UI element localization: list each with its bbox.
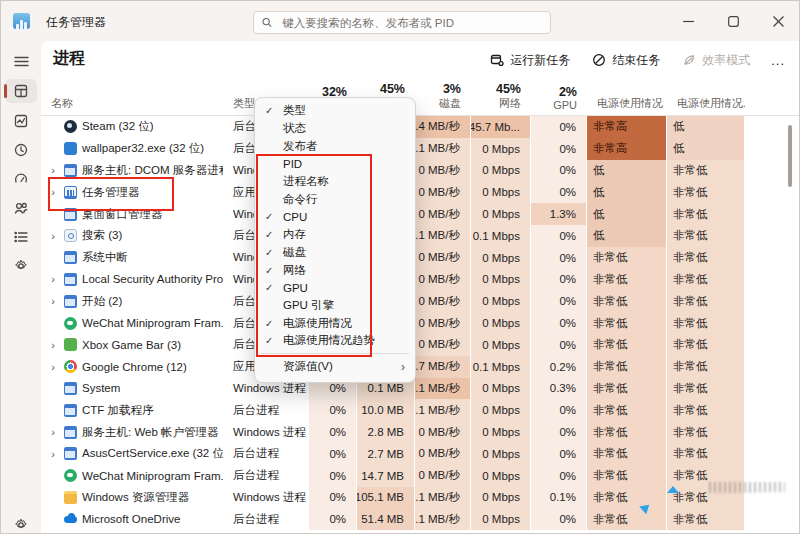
sidebar-item-users[interactable] [5, 196, 37, 220]
process-name-cell: Microsoft OneDrive [41, 508, 223, 530]
expand-chevron-icon[interactable]: › [47, 164, 59, 176]
power-trend-cell: 非常低 [667, 356, 745, 378]
table-row[interactable]: ›开始 (2)后台进程0 MB/秒0 Mbps0%非常低非常低 [41, 290, 800, 312]
gpu-cell: 0% [531, 138, 587, 160]
table-row[interactable]: ›Local Security Authority Pro...Windows … [41, 269, 800, 291]
sidebar-item-app-history[interactable] [5, 138, 37, 162]
memory-cell: 14.7 MB [357, 465, 415, 487]
expand-chevron-icon[interactable]: › [47, 230, 59, 242]
run-new-task-label: 运行新任务 [510, 52, 570, 69]
gpu-cell: 0% [531, 116, 587, 138]
menu-item-label: 状态 [283, 121, 306, 136]
gpu-cell: 0% [531, 421, 587, 443]
more-options-button[interactable]: ... [763, 49, 793, 72]
process-name-cell: 系统中断 [41, 247, 223, 269]
sidebar-item-startup-apps[interactable] [5, 167, 37, 191]
column-header-gpu[interactable]: 2%GPU [531, 79, 587, 115]
memory-cell: 10.0 MB [357, 399, 415, 421]
power-trend-cell: 非常低 [667, 334, 745, 356]
expand-chevron-icon[interactable]: › [47, 295, 59, 307]
column-header-power[interactable]: 电源使用情况 [587, 79, 667, 115]
process-name-label: 系统中断 [82, 250, 128, 265]
disk-cell: 0 MB/秒 [415, 421, 471, 443]
filler-cell [745, 290, 800, 312]
menu-item[interactable]: ✓类型 [255, 102, 415, 120]
network-cell: 0 Mbps [471, 181, 531, 203]
network-cell: 0 Mbps [471, 269, 531, 291]
table-row[interactable]: CTF 加载程序后台进程0%10.0 MB0.1 MB/秒0 Mbps0%非常低… [41, 399, 800, 421]
table-row[interactable]: WeChat Miniprogram Fram...后台进程0 MB/秒0 Mb… [41, 312, 800, 334]
table-row[interactable]: ›服务主机: Web 帐户管理器Windows 进程0%2.8 MB0 MB/秒… [41, 421, 800, 443]
expand-chevron-icon[interactable]: › [47, 273, 59, 285]
search-box[interactable] [253, 11, 551, 34]
close-button[interactable] [756, 1, 800, 41]
expand-chevron-icon[interactable]: › [47, 361, 59, 373]
table-row[interactable]: ›AsusCertService.exe (32 位)后台进程0%2.7 MB0… [41, 443, 800, 465]
column-header-name[interactable]: 名称 [41, 79, 223, 115]
expand-chevron-icon[interactable]: › [47, 448, 59, 460]
power-trend-cell: 非常低 [667, 399, 745, 421]
end-task-button[interactable]: 结束任务 [583, 46, 669, 75]
power-usage-cell: 非常低 [587, 465, 667, 487]
toolbar: 进程 运行新任务 结束任务 效率模式 ... [41, 41, 800, 79]
table-row[interactable]: ›Xbox Game Bar (3)后台进程0 MB/秒0 Mbps0%非常低非… [41, 334, 800, 356]
gpu-cell: 0.3% [531, 378, 587, 400]
process-type-cell: 后台进程 [223, 399, 309, 421]
table-row[interactable]: 系统中断Windows 进程0 MB/秒0 Mbps0%非常低非常低 [41, 247, 800, 269]
power-trend-cell: 非常低 [667, 160, 745, 182]
filler-cell [745, 421, 800, 443]
gpu-cell: 0% [531, 508, 587, 530]
expand-chevron-icon[interactable]: › [47, 426, 59, 438]
column-header-disk[interactable]: 3%磁盘 [415, 79, 471, 115]
maximize-button[interactable] [711, 1, 756, 41]
minimize-button[interactable] [666, 1, 711, 41]
hamburger-menu-icon[interactable] [5, 49, 37, 73]
process-name-label: WeChat Miniprogram Fram... [82, 317, 223, 329]
gpu-cell: 0% [531, 443, 587, 465]
process-type-cell: Windows 进程 [223, 487, 309, 509]
search-input[interactable] [280, 16, 542, 30]
xbox-icon [64, 338, 77, 351]
table-row[interactable]: SystemWindows 进程0%0.1 MB4.1 MB/秒0 Mbps0.… [41, 378, 800, 400]
menu-item[interactable]: 发布者 [255, 137, 415, 155]
gpu-cell: 0.2% [531, 356, 587, 378]
page-title: 进程 [53, 48, 85, 69]
disk-cell: 4.1 MB/秒 [415, 378, 471, 400]
table-row[interactable]: WeChat Miniprogram Fram...后台进程0%14.7 MB0… [41, 465, 800, 487]
sidebar-item-processes[interactable] [5, 79, 37, 103]
disk-cell: 0 MB/秒 [415, 160, 471, 182]
column-header-network[interactable]: 45%网络 [471, 79, 531, 115]
network-cell: 0 Mbps [471, 160, 531, 182]
settings-gear-icon[interactable] [5, 513, 37, 534]
sidebar-item-services[interactable] [5, 254, 37, 278]
column-header-power-trend[interactable]: 电源使用情况... [667, 79, 745, 115]
search-icon [64, 229, 77, 242]
power-trend-cell: 低 [667, 116, 745, 138]
menu-item[interactable]: 状态 [255, 120, 415, 138]
process-name-cell: ›开始 (2) [41, 290, 223, 312]
disk-cell: 0.1 MB/秒 [415, 487, 471, 509]
table-row[interactable]: ›Google Chrome (12)应用0.7 MB/秒0.1 Mbps0.2… [41, 356, 800, 378]
network-cell: 0 Mbps [471, 247, 531, 269]
vertical-scrollbar[interactable] [788, 125, 792, 187]
table-row[interactable]: ›搜索 (3)后台进程0.1 MB/秒0.1 Mbps0%低非常低 [41, 225, 800, 247]
run-new-task-button[interactable]: 运行新任务 [481, 46, 579, 75]
gpu-cell: 0% [531, 160, 587, 182]
power-trend-cell: 非常低 [667, 203, 745, 225]
power-trend-cell: 非常低 [667, 443, 745, 465]
sidebar-item-details[interactable] [5, 225, 37, 249]
table-row[interactable]: Windows 资源管理器Windows 进程0%105.1 MB0.1 MB/… [41, 487, 800, 509]
power-trend-cell: 非常低 [667, 312, 745, 334]
disk-cell: 0.7 MB/秒 [415, 356, 471, 378]
menu-item-resource-values[interactable]: 资源值(V) › [255, 357, 415, 377]
process-type-cell: 后台进程 [223, 465, 309, 487]
table-row[interactable]: Steam (32 位)后台进程3.4 MB/秒45.7 Mb...0%非常高低 [41, 116, 800, 138]
table-row[interactable]: Microsoft OneDrive后台进程0%51.4 MB0.1 MB/秒0… [41, 508, 800, 530]
filler-cell [745, 356, 800, 378]
memory-cell: 2.8 MB [357, 421, 415, 443]
sidebar-item-performance[interactable] [5, 109, 37, 133]
table-row[interactable]: wallpaper32.exe (32 位)后台进程0.1 MB/秒0 Mbps… [41, 138, 800, 160]
efficiency-mode-button[interactable]: 效率模式 [673, 46, 759, 75]
expand-chevron-icon[interactable]: › [47, 339, 59, 351]
memory-cell: 51.4 MB [357, 508, 415, 530]
